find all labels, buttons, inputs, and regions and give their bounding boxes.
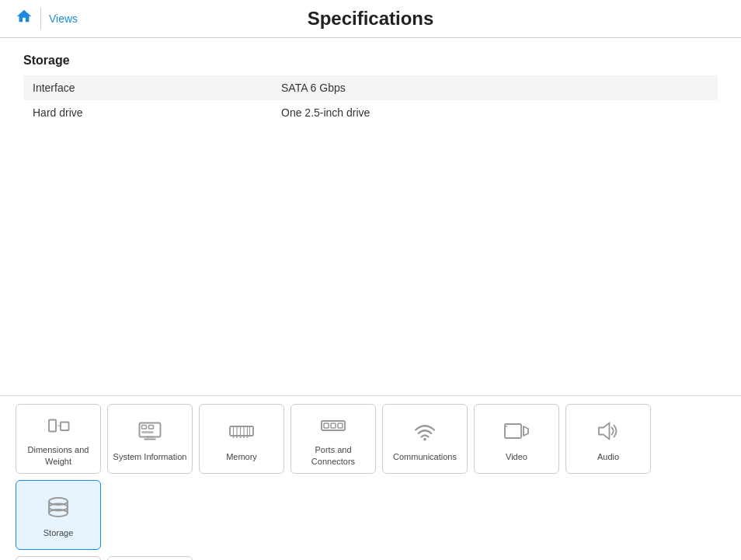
ports-icon <box>319 411 347 440</box>
nav-item-label: Memory <box>226 451 257 462</box>
svg-rect-6 <box>142 431 154 433</box>
nav-item-storage[interactable]: Storage <box>16 480 101 550</box>
bottom-nav: Dimensions and Weight System Information… <box>0 395 741 560</box>
nav-item-ports-connectors[interactable]: Ports and Connectors <box>290 404 376 474</box>
nav-item-label: Storage <box>43 527 74 538</box>
svg-rect-23 <box>331 423 336 428</box>
dimensions-icon <box>44 411 72 440</box>
nav-item-power-adapter[interactable]: Power Adapter <box>16 556 101 560</box>
video-icon <box>503 416 531 447</box>
nav-item-label: Ports and Connectors <box>294 444 372 467</box>
nav-item-audio[interactable]: Audio <box>565 404 651 474</box>
nav-item-label: Video <box>506 451 527 462</box>
views-link[interactable]: Views <box>49 12 78 25</box>
svg-rect-1 <box>61 422 69 430</box>
storage-section-title: Storage <box>23 54 718 68</box>
page-title: Specifications <box>308 8 434 30</box>
spec-value: SATA 6 Gbps <box>272 75 718 100</box>
audio-icon <box>594 416 622 447</box>
spec-label: Hard drive <box>23 100 272 125</box>
home-icon[interactable] <box>16 8 33 30</box>
svg-rect-26 <box>505 424 521 438</box>
table-row: Hard driveOne 2.5-inch drive <box>23 100 718 125</box>
header-left: Views <box>16 8 78 30</box>
svg-rect-24 <box>338 423 343 428</box>
svg-marker-27 <box>524 426 528 436</box>
nav-item-video[interactable]: Video <box>474 404 559 474</box>
nav-row-2: Power Adapter Computer Environment <box>16 556 725 560</box>
svg-marker-29 <box>599 423 610 439</box>
nav-item-label: System Information <box>113 451 187 462</box>
nav-item-label: Communications <box>393 451 457 462</box>
svg-rect-4 <box>142 425 147 429</box>
svg-rect-0 <box>49 419 56 431</box>
svg-rect-5 <box>149 425 154 429</box>
svg-rect-21 <box>322 421 345 430</box>
nav-item-dimensions-weight[interactable]: Dimensions and Weight <box>16 404 101 474</box>
nav-item-label: Audio <box>597 451 619 462</box>
wifi-icon <box>411 416 439 447</box>
main-content: Storage InterfaceSATA 6 GbpsHard driveOn… <box>0 38 741 395</box>
nav-item-label: Dimensions and Weight <box>19 444 97 467</box>
spec-value: One 2.5-inch drive <box>272 100 718 125</box>
system-icon <box>136 416 164 447</box>
header: Views Specifications <box>0 0 741 38</box>
memory-icon <box>228 416 256 447</box>
spec-table: InterfaceSATA 6 GbpsHard driveOne 2.5-in… <box>23 75 718 125</box>
table-row: InterfaceSATA 6 Gbps <box>23 75 718 100</box>
nav-row-1: Dimensions and Weight System Information… <box>16 404 725 550</box>
nav-item-communications[interactable]: Communications <box>382 404 468 474</box>
svg-point-25 <box>423 437 426 440</box>
spec-label: Interface <box>23 75 272 100</box>
storage-icon <box>44 492 72 523</box>
nav-item-system-information[interactable]: System Information <box>107 404 193 474</box>
header-divider <box>40 8 41 30</box>
nav-item-memory[interactable]: Memory <box>199 404 284 474</box>
nav-item-computer-environment[interactable]: Computer Environment <box>107 556 193 560</box>
svg-rect-22 <box>324 423 329 428</box>
